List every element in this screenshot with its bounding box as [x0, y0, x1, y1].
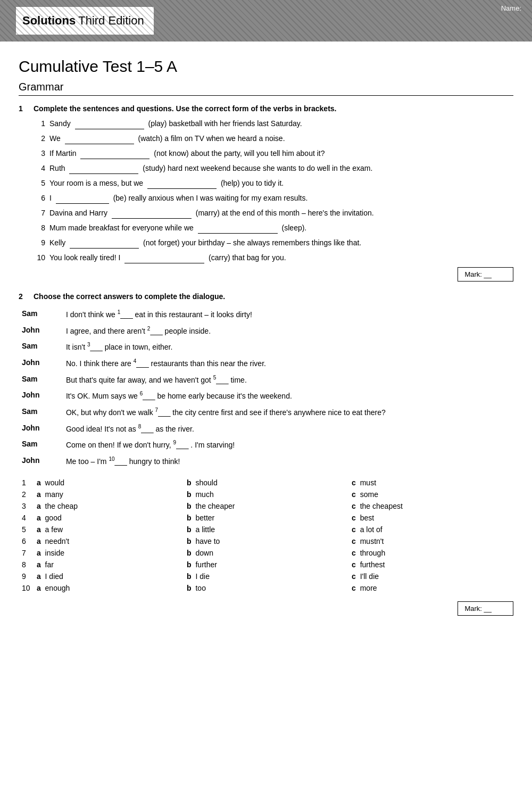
- item-text: You look really tired! I (carry) that ba…: [49, 252, 286, 263]
- choice-3c: c the cheapest: [348, 500, 513, 512]
- item-text: If Martin (not know) about the party, wi…: [49, 148, 325, 159]
- choice-7c: c through: [348, 547, 513, 559]
- choice-6c: c mustn't: [348, 535, 513, 547]
- choice-6: 6 a needn't: [19, 535, 184, 547]
- speaker-john-5: John: [19, 453, 63, 469]
- dialogue-row-4: John No. I think there are 4___ restaura…: [19, 355, 513, 371]
- q1-item-2: 2 We (watch) a film on TV when we heard …: [35, 133, 513, 144]
- choice-8c: c furthest: [348, 559, 513, 570]
- dialogue-row-3: Sam It isn't 3___ place in town, either.: [19, 338, 513, 355]
- blank-2: [65, 136, 134, 144]
- dialogue-line-9: Come on then! If we don't hurry, 9___ . …: [63, 436, 513, 453]
- item-num: 10: [35, 253, 45, 262]
- item-num: 6: [35, 194, 45, 202]
- dialogue-line-6: It's OK. Mum says we 6___ be home early …: [63, 387, 513, 404]
- choice-4c: c best: [348, 512, 513, 524]
- main-content: Cumulative Test 1–5 A Grammar 1 Complete…: [0, 42, 532, 637]
- choice-9b: b I die: [184, 570, 348, 582]
- choices-row-9: 9 a I died b I die c I'll die: [19, 570, 513, 582]
- choice-6b: b have to: [184, 535, 348, 547]
- speaker-sam-3: Sam: [19, 371, 63, 388]
- header-banner: Solutions Third Edition Name:: [0, 0, 532, 42]
- blank-8: [198, 225, 278, 234]
- choice-3b: b the cheaper: [184, 500, 348, 512]
- q1-item-1: 1 Sandy (play) basketball with her frien…: [35, 118, 513, 129]
- dialogue-row-2: John I agree, and there aren't 2___ peop…: [19, 322, 513, 339]
- item-text: I (be) really anxious when I was waiting…: [49, 193, 307, 204]
- choice-8b: b further: [184, 559, 348, 570]
- blank-6: [56, 195, 109, 204]
- page-title: Cumulative Test 1–5 A: [19, 57, 513, 76]
- q1-instruction: Complete the sentences and questions. Us…: [34, 104, 337, 113]
- blank-5: [147, 180, 217, 189]
- dialogue-line-3: It isn't 3___ place in town, either.: [63, 338, 513, 355]
- choice-8: 8 a far: [19, 559, 184, 570]
- choices-row-1: 1 a would b should c must: [19, 477, 513, 489]
- name-label: Name:: [501, 4, 521, 12]
- blank-3: [80, 151, 149, 159]
- blank-7: [112, 210, 192, 219]
- dialogue-row-10: John Me too – I'm 10___ hungry to think!: [19, 453, 513, 469]
- question-2-block: 2 Choose the correct answers to complete…: [19, 292, 513, 616]
- speaker-john-2: John: [19, 355, 63, 371]
- q1-item-10: 10 You look really tired! I (carry) that…: [35, 252, 513, 263]
- item-num: 8: [35, 224, 45, 232]
- q1-item-4: 4 Ruth (study) hard next weekend because…: [35, 163, 513, 174]
- speaker-sam-4: Sam: [19, 404, 63, 420]
- dialogue-line-5: But that's quite far away, and we haven'…: [63, 371, 513, 388]
- item-text: We (watch) a film on TV when we heard a …: [49, 133, 285, 144]
- q1-item-7: 7 Davina and Harry (marry) at the end of…: [35, 208, 513, 219]
- dialogue-line-2: I agree, and there aren't 2___ people in…: [63, 322, 513, 339]
- dialogue-line-1: I don't think we 1___ eat in this restau…: [63, 306, 513, 322]
- item-num: 1: [35, 119, 45, 128]
- choice-10: 10 a enough: [19, 582, 184, 594]
- choices-table: 1 a would b should c must 2 a many b muc…: [19, 477, 513, 594]
- q1-item-3: 3 If Martin (not know) about the party, …: [35, 148, 513, 159]
- choice-1c: c must: [348, 477, 513, 489]
- choice-7b: b down: [184, 547, 348, 559]
- choices-row-4: 4 a good b better c best: [19, 512, 513, 524]
- question-1-header: 1 Complete the sentences and questions. …: [19, 104, 513, 113]
- blank-4: [69, 166, 138, 174]
- speaker-john-4: John: [19, 420, 63, 437]
- item-text: Davina and Harry (marry) at the end of t…: [49, 208, 374, 219]
- choice-9c: c I'll die: [348, 570, 513, 582]
- choice-2b: b much: [184, 489, 348, 500]
- edition-label: Third Edition: [78, 14, 144, 28]
- item-text: Ruth (study) hard next weekend because s…: [49, 163, 372, 174]
- choices-row-10: 10 a enough b too c more: [19, 582, 513, 594]
- item-num: 7: [35, 209, 45, 217]
- choices-row-5: 5 a a few b a little c a lot of: [19, 524, 513, 535]
- header-title-box: Solutions Third Edition: [16, 7, 154, 35]
- item-num: 3: [35, 149, 45, 158]
- item-num: 5: [35, 179, 45, 187]
- q1-mark-box: Mark: __: [19, 267, 513, 282]
- q1-mark-label: Mark: __: [458, 267, 513, 282]
- solutions-brand: Solutions: [22, 14, 76, 28]
- choice-2: 2 a many: [19, 489, 184, 500]
- dialogue-row-5: Sam But that's quite far away, and we ha…: [19, 371, 513, 388]
- choice-10b: b too: [184, 582, 348, 594]
- dialogue-table: Sam I don't think we 1___ eat in this re…: [19, 306, 513, 469]
- choices-row-6: 6 a needn't b have to c mustn't: [19, 535, 513, 547]
- choice-5c: c a lot of: [348, 524, 513, 535]
- choice-7: 7 a inside: [19, 547, 184, 559]
- speaker-sam-5: Sam: [19, 436, 63, 453]
- dialogue-line-4: No. I think there are 4___ restaurants t…: [63, 355, 513, 371]
- blank-9: [70, 240, 139, 249]
- speaker-john-1: John: [19, 322, 63, 339]
- q1-number: 1: [19, 104, 28, 113]
- choice-4: 4 a good: [19, 512, 184, 524]
- speaker-sam-2: Sam: [19, 338, 63, 355]
- item-num: 4: [35, 164, 45, 172]
- q1-items: 1 Sandy (play) basketball with her frien…: [19, 118, 513, 263]
- question-1-block: 1 Complete the sentences and questions. …: [19, 104, 513, 282]
- choice-1: 1 a would: [19, 477, 184, 489]
- q1-item-9: 9 Kelly (not forget) your birthday – she…: [35, 237, 513, 249]
- q2-instruction: Choose the correct answers to complete t…: [34, 292, 225, 301]
- choices-row-7: 7 a inside b down c through: [19, 547, 513, 559]
- item-num: 9: [35, 238, 45, 247]
- item-text: Kelly (not forget) your birthday – she a…: [49, 237, 361, 249]
- q2-number: 2: [19, 292, 28, 301]
- question-2-header: 2 Choose the correct answers to complete…: [19, 292, 513, 301]
